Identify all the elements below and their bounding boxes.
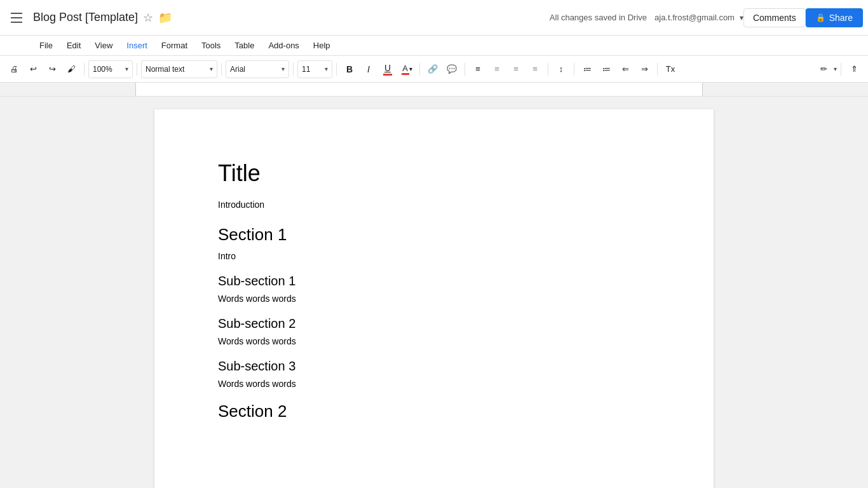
bulleted-list-button[interactable]: ≔ bbox=[597, 60, 615, 79]
undo-button[interactable]: ↩ bbox=[24, 60, 42, 79]
menu-file[interactable]: File bbox=[33, 38, 59, 53]
user-area: aja.t.frost@gmail.com ▾ bbox=[654, 13, 743, 22]
doc-scroll[interactable]: Title Introduction Section 1 Intro Sub-s… bbox=[0, 97, 868, 488]
ruler-inner bbox=[135, 83, 703, 96]
share-label: Share bbox=[829, 13, 853, 23]
text-color-button[interactable]: A ▾ bbox=[398, 60, 416, 79]
text-color-dropdown-arrow[interactable]: ▾ bbox=[409, 65, 412, 72]
toolbar-sep-10 bbox=[657, 63, 658, 76]
style-dropdown-arrow: ▾ bbox=[210, 65, 213, 72]
doc-subsection1-heading[interactable]: Sub-section 1 bbox=[218, 274, 650, 288]
link-button[interactable]: 🔗 bbox=[424, 60, 442, 79]
print-button[interactable]: 🖨 bbox=[5, 60, 23, 79]
pen-dropdown-arrow[interactable]: ▾ bbox=[834, 65, 837, 72]
decrease-indent-button[interactable]: ⇐ bbox=[616, 60, 634, 79]
menu-addons[interactable]: Add-ons bbox=[262, 38, 305, 53]
menu-tools[interactable]: Tools bbox=[195, 38, 227, 53]
zoom-dropdown[interactable]: 100% ▾ bbox=[88, 60, 133, 78]
pen-button[interactable]: ✏ bbox=[815, 60, 832, 79]
comments-button[interactable]: Comments bbox=[743, 8, 806, 27]
bold-button[interactable]: B bbox=[341, 60, 358, 79]
hamburger-icon[interactable] bbox=[5, 6, 28, 29]
comment-button[interactable]: 💬 bbox=[443, 60, 461, 79]
align-center-button[interactable]: ≡ bbox=[488, 60, 506, 79]
share-button[interactable]: 🔒 Share bbox=[806, 8, 863, 27]
menu-format[interactable]: Format bbox=[155, 38, 194, 53]
toolbar-sep-2 bbox=[137, 63, 137, 76]
font-dropdown[interactable]: Arial ▾ bbox=[226, 60, 289, 78]
doc-title-text[interactable]: Title bbox=[218, 160, 650, 187]
toolbar-sep-1 bbox=[84, 63, 85, 76]
doc-subsection2-heading[interactable]: Sub-section 2 bbox=[218, 316, 650, 331]
menu-view[interactable]: View bbox=[88, 38, 119, 53]
clear-formatting-button[interactable]: Tx bbox=[661, 60, 679, 79]
menu-edit[interactable]: Edit bbox=[60, 38, 87, 53]
align-left-button[interactable]: ≡ bbox=[469, 60, 487, 79]
toolbar-sep-9 bbox=[574, 63, 574, 76]
share-lock-icon: 🔒 bbox=[816, 13, 825, 22]
doc-subsection3-body[interactable]: Words words words bbox=[218, 379, 650, 389]
toolbar-sep-11 bbox=[841, 63, 841, 76]
paint-format-button[interactable]: 🖌 bbox=[62, 60, 80, 79]
doc-page: Title Introduction Section 1 Intro Sub-s… bbox=[154, 109, 714, 488]
doc-subsection1-body[interactable]: Words words words bbox=[218, 294, 650, 304]
toolbar-sep-4 bbox=[293, 63, 294, 76]
doc-section1-intro[interactable]: Intro bbox=[218, 251, 650, 261]
style-value: Normal text bbox=[146, 65, 184, 74]
line-spacing-button[interactable]: ↕ bbox=[552, 60, 570, 79]
toolbar-sep-6 bbox=[419, 63, 420, 76]
increase-indent-button[interactable]: ⇒ bbox=[635, 60, 653, 79]
doc-introduction[interactable]: Introduction bbox=[218, 200, 650, 210]
italic-button[interactable]: I bbox=[360, 60, 377, 79]
toolbar-sep-8 bbox=[548, 63, 548, 76]
toolbar-sep-7 bbox=[465, 63, 465, 76]
menu-insert[interactable]: Insert bbox=[120, 38, 154, 53]
collapse-button[interactable]: ⇑ bbox=[845, 60, 863, 79]
menu-table[interactable]: Table bbox=[228, 38, 261, 53]
ruler bbox=[0, 83, 868, 97]
font-dropdown-arrow: ▾ bbox=[281, 65, 285, 72]
redo-button[interactable]: ↪ bbox=[43, 60, 61, 79]
zoom-dropdown-arrow: ▾ bbox=[125, 65, 128, 72]
doc-subsection2-body[interactable]: Words words words bbox=[218, 336, 650, 346]
user-email: aja.t.frost@gmail.com bbox=[654, 13, 735, 22]
underline-button[interactable]: U bbox=[379, 60, 397, 79]
doc-title-area: Blog Post [Template] ☆ 📁 bbox=[33, 11, 550, 25]
folder-icon[interactable]: 📁 bbox=[158, 11, 172, 25]
fontsize-dropdown[interactable]: 11 ▾ bbox=[297, 60, 332, 78]
top-bar: Blog Post [Template] ☆ 📁 All changes sav… bbox=[0, 0, 868, 36]
menu-help[interactable]: Help bbox=[307, 38, 337, 53]
star-icon[interactable]: ☆ bbox=[143, 11, 153, 25]
style-dropdown[interactable]: Normal text ▾ bbox=[141, 60, 217, 78]
toolbar-sep-3 bbox=[221, 63, 222, 76]
align-right-button[interactable]: ≡ bbox=[507, 60, 525, 79]
menu-bar: File Edit View Insert Format Tools Table… bbox=[0, 36, 868, 56]
sync-status: All changes saved in Drive bbox=[550, 13, 647, 22]
doc-title[interactable]: Blog Post [Template] bbox=[33, 11, 138, 24]
toolbar-sep-5 bbox=[336, 63, 337, 76]
underline-color-bar bbox=[383, 74, 392, 76]
toolbar: 🖨 ↩ ↪ 🖌 100% ▾ Normal text ▾ Arial ▾ 11 … bbox=[0, 56, 868, 83]
doc-section2-heading[interactable]: Section 2 bbox=[218, 402, 650, 421]
fontsize-value: 11 bbox=[302, 65, 310, 74]
zoom-value: 100% bbox=[93, 65, 112, 74]
doc-subsection3-heading[interactable]: Sub-section 3 bbox=[218, 359, 650, 374]
numbered-list-button[interactable]: ≔ bbox=[578, 60, 596, 79]
main-area: Title Introduction Section 1 Intro Sub-s… bbox=[0, 97, 868, 488]
fontsize-dropdown-arrow: ▾ bbox=[325, 65, 328, 72]
font-value: Arial bbox=[230, 65, 245, 74]
justify-button[interactable]: ≡ bbox=[526, 60, 544, 79]
doc-section1-heading[interactable]: Section 1 bbox=[218, 225, 650, 245]
